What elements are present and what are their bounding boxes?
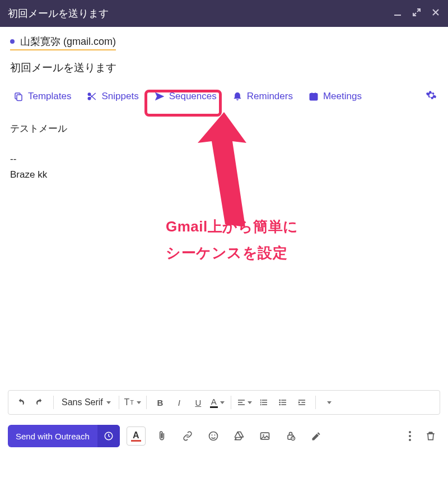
bell-icon (232, 91, 242, 101)
font-size-small-glyph: T (130, 399, 134, 406)
svg-point-6 (279, 400, 281, 401)
chevron-down-icon (106, 401, 111, 404)
compose-titlebar: 初回メールを送ります (0, 0, 448, 27)
svg-point-14 (263, 434, 264, 436)
paper-plane-icon (155, 91, 165, 101)
discard-draft-button[interactable] (421, 427, 440, 446)
signature-separator: -- (10, 151, 438, 166)
confidential-mode-button[interactable] (281, 427, 300, 446)
text-format-glyph: A (131, 431, 141, 442)
attach-file-button[interactable] (152, 427, 171, 446)
svg-point-12 (214, 434, 215, 435)
indent-button[interactable] (293, 393, 311, 411)
settings-button[interactable] (422, 86, 440, 106)
insert-emoji-button[interactable] (204, 427, 223, 446)
reminders-label: Reminders (247, 91, 293, 102)
subject-text: 初回メールを送ります (10, 62, 116, 73)
svg-point-11 (211, 434, 212, 435)
meetings-button[interactable]: Meetings (303, 86, 367, 106)
window-title: 初回メールを送ります (8, 7, 109, 20)
recipient-chip[interactable]: 山梨寛弥 (gmail.com) (10, 35, 116, 50)
separator (119, 396, 119, 409)
more-formatting-button[interactable] (320, 393, 338, 411)
redo-button[interactable] (31, 393, 49, 411)
undo-button[interactable] (12, 393, 30, 411)
separator (53, 396, 54, 409)
align-button[interactable] (236, 393, 254, 411)
svg-point-3 (88, 93, 91, 96)
svg-point-7 (279, 402, 281, 404)
signature: Braze kk (10, 167, 438, 182)
annotation-line-1: Gmail上から簡単に (166, 214, 298, 240)
subject-field[interactable]: 初回メールを送ります (0, 55, 448, 83)
message-body[interactable]: テストメール -- Braze kk Gmail上から簡単に シーケンスを設定 (0, 110, 448, 390)
chevron-down-icon (248, 401, 252, 404)
sequences-label: Sequences (169, 91, 217, 102)
templates-button[interactable]: Templates (8, 86, 77, 106)
send-row: Send with Outreach A (0, 419, 448, 455)
font-size-button[interactable]: T T (124, 393, 142, 411)
expand-icon[interactable] (412, 8, 421, 20)
snippets-label: Snippets (101, 91, 138, 102)
svg-point-4 (88, 98, 91, 100)
recipient-status-dot-icon (10, 39, 15, 44)
svg-rect-2 (17, 95, 22, 101)
outreach-toolbar: Templates Snippets Sequences Reminders M… (0, 83, 448, 110)
text-color-button[interactable]: A (208, 393, 226, 411)
annotation-line-2: シーケンスを設定 (166, 240, 298, 266)
italic-button[interactable]: I (170, 393, 188, 411)
recipients-field[interactable]: 山梨寛弥 (gmail.com) (0, 27, 448, 55)
send-button-label: Send with Outreach (8, 432, 97, 441)
minimize-icon[interactable] (393, 8, 402, 20)
bulleted-list-button[interactable] (274, 393, 292, 411)
separator (231, 396, 231, 409)
templates-label: Templates (28, 91, 71, 102)
insert-drive-button[interactable] (230, 427, 249, 446)
underline-button[interactable]: U (189, 393, 207, 411)
annotation-text: Gmail上から簡単に シーケンスを設定 (166, 214, 298, 266)
window-controls (393, 8, 440, 20)
svg-rect-5 (310, 94, 318, 100)
more-options-button[interactable] (405, 428, 414, 444)
reminders-button[interactable]: Reminders (227, 86, 298, 106)
insert-link-button[interactable] (178, 427, 197, 446)
text-color-glyph: A (210, 397, 218, 408)
calendar-icon (309, 91, 319, 101)
recipient-name: 山梨寛弥 (gmail.com) (20, 35, 116, 48)
close-icon[interactable] (431, 8, 440, 20)
text-format-button[interactable]: A (127, 427, 146, 446)
svg-point-10 (209, 432, 217, 441)
schedule-send-button[interactable] (97, 425, 120, 447)
chevron-down-icon (137, 401, 141, 404)
send-with-outreach-button[interactable]: Send with Outreach (8, 425, 120, 447)
font-family-select[interactable]: Sans Serif (58, 397, 114, 407)
svg-point-8 (279, 404, 281, 406)
format-toolbar: Sans Serif T T B I U A (8, 390, 440, 415)
numbered-list-button[interactable] (255, 393, 273, 411)
font-size-large-glyph: T (124, 397, 130, 407)
insert-signature-button[interactable] (307, 427, 326, 446)
bold-button[interactable]: B (151, 393, 169, 411)
snippets-button[interactable]: Snippets (81, 86, 144, 106)
svg-rect-0 (394, 15, 401, 16)
insert-photo-button[interactable] (255, 427, 274, 446)
body-line: テストメール (10, 121, 438, 136)
separator (146, 396, 147, 409)
chevron-down-icon (327, 401, 332, 404)
chevron-down-icon (220, 401, 225, 404)
sequences-button[interactable]: Sequences (149, 86, 222, 106)
templates-icon (13, 91, 24, 101)
meetings-label: Meetings (323, 91, 362, 102)
scissors-icon (87, 91, 97, 101)
font-family-label: Sans Serif (62, 397, 103, 407)
separator (315, 396, 316, 409)
